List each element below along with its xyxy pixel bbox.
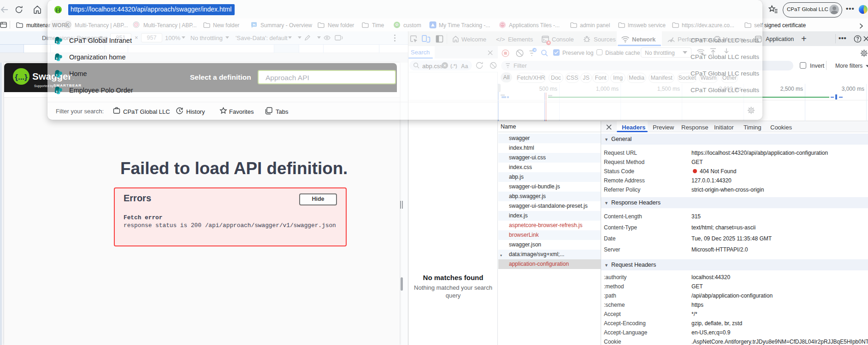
svg-text:{...}: {...} xyxy=(15,73,28,82)
svg-text:s: s xyxy=(56,90,58,93)
svg-text:s: s xyxy=(56,57,58,60)
svg-text:s: s xyxy=(56,40,58,43)
svg-text:s: s xyxy=(56,73,58,76)
svg-text:{-}: {-} xyxy=(56,8,60,12)
